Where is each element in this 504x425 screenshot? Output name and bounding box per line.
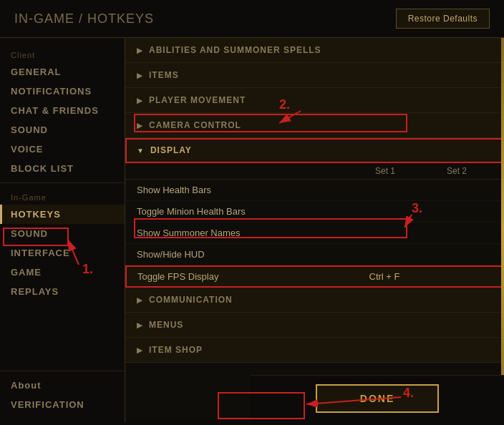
hotkey-row-show-health[interactable]: Show Health Bars <box>125 180 504 201</box>
section-camera-control-label: CAMERA CONTROL <box>149 120 241 130</box>
section-menus[interactable]: ▶ MENUS <box>125 313 504 338</box>
content-scroll: ▶ ABILITIES AND SUMMONER SPELLS ▶ ITEMS … <box>125 38 504 406</box>
section-menus-label: MENUS <box>149 320 183 330</box>
section-items-label: ITEMS <box>149 70 179 80</box>
sidebar-item-notifications[interactable]: NOTIFICATIONS <box>0 82 125 101</box>
breadcrumb-prefix: IN-GAME / <box>14 11 87 26</box>
chevron-right-icon: ▶ <box>137 296 143 304</box>
chevron-right-icon: ▶ <box>137 346 143 354</box>
section-abilities[interactable]: ▶ ABILITIES AND SUMMONER SPELLS <box>125 38 504 63</box>
sidebar-item-sound-client[interactable]: SOUND <box>0 120 125 140</box>
set2-header: Set 2 <box>421 166 493 176</box>
chevron-right-icon: ▶ <box>137 97 143 104</box>
chevron-right-icon: ▶ <box>137 72 143 79</box>
hotkey-row-show-summoner[interactable]: Show Summoner Names <box>125 223 504 244</box>
chevron-right-icon: ▶ <box>137 122 143 130</box>
sidebar-item-hotkeys[interactable]: HOTKEYS <box>0 205 125 224</box>
sidebar-item-voice[interactable]: VOICE <box>0 140 125 159</box>
section-item-shop-label: ITEM SHOP <box>149 345 203 355</box>
done-button[interactable]: DONE <box>316 384 439 413</box>
client-section-label: Client <box>0 45 125 62</box>
section-player-movement[interactable]: ▶ PLAYER MOVEMENT <box>125 88 504 113</box>
sidebar-item-sound-ingame[interactable]: SOUND <box>0 224 125 243</box>
section-display-label: DISPLAY <box>150 145 192 155</box>
section-communication-label: COMMUNICATION <box>149 295 233 305</box>
sidebar-item-block-list[interactable]: BLOCK LIST <box>0 159 125 178</box>
hotkey-name: Toggle FPS Display <box>137 271 349 282</box>
sidebar-divider-2 <box>0 371 125 371</box>
hotkey-name: Show/Hide HUD <box>137 249 349 260</box>
hotkey-set1[interactable]: Ctrl + F <box>349 271 420 282</box>
hotkey-table-header: Set 1 Set 2 <box>125 163 504 180</box>
hotkey-row-toggle-minion[interactable]: Toggle Minion Health Bars <box>125 201 504 223</box>
set1-header: Set 1 <box>349 166 421 176</box>
content-area: ▶ ABILITIES AND SUMMONER SPELLS ▶ ITEMS … <box>125 38 504 421</box>
hotkey-row-show-hide-hud[interactable]: Show/Hide HUD <box>125 244 504 265</box>
sidebar-item-general[interactable]: GENERAL <box>0 62 125 82</box>
sidebar-item-game[interactable]: GAME <box>0 263 125 282</box>
section-player-movement-label: PLAYER MOVEMENT <box>149 95 246 105</box>
ingame-section-label: In-Game <box>0 187 125 205</box>
hotkey-row-toggle-fps[interactable]: Toggle FPS Display Ctrl + F <box>125 265 504 288</box>
section-camera-control[interactable]: ▶ CAMERA CONTROL <box>125 113 504 138</box>
sidebar: Client GENERAL NOTIFICATIONS CHAT & FRIE… <box>0 38 125 421</box>
restore-defaults-button[interactable]: Restore Defaults <box>396 9 490 29</box>
sidebar-item-chat-friends[interactable]: CHAT & FRIENDS <box>0 101 125 120</box>
section-abilities-label: ABILITIES AND SUMMONER SPELLS <box>149 45 321 55</box>
sidebar-item-verification[interactable]: VERIFICATION <box>0 395 125 414</box>
page-title: IN-GAME / HOTKEYS <box>14 11 154 26</box>
breadcrumb-current: HOTKEYS <box>87 11 154 26</box>
section-communication[interactable]: ▶ COMMUNICATION <box>125 288 504 313</box>
chevron-right-icon: ▶ <box>137 321 143 329</box>
section-display[interactable]: ▼ DISPLAY <box>125 138 504 163</box>
hotkey-name: Toggle Minion Health Bars <box>137 206 349 217</box>
sidebar-divider <box>0 182 125 183</box>
sidebar-item-replays[interactable]: REPLAYS <box>0 282 125 301</box>
page-header: IN-GAME / HOTKEYS Restore Defaults <box>0 0 504 38</box>
hotkey-name: Show Summoner Names <box>137 228 349 238</box>
chevron-down-icon: ▼ <box>137 147 145 155</box>
chevron-right-icon: ▶ <box>137 47 143 54</box>
hotkey-name: Show Health Bars <box>137 185 349 195</box>
sidebar-item-about[interactable]: About <box>0 376 125 395</box>
section-item-shop[interactable]: ▶ ITEM SHOP <box>125 338 504 363</box>
section-items[interactable]: ▶ ITEMS <box>125 63 504 88</box>
footer: DONE <box>251 375 504 421</box>
gold-accent-bar <box>501 38 504 421</box>
main-layout: Client GENERAL NOTIFICATIONS CHAT & FRIE… <box>0 38 504 421</box>
sidebar-item-interface[interactable]: INTERFACE <box>0 243 125 263</box>
